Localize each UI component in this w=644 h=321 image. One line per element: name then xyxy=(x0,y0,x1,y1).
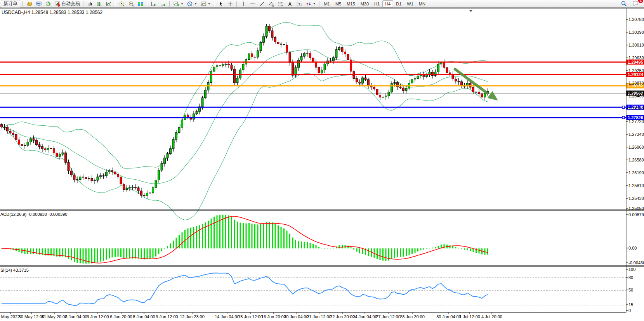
candle xyxy=(30,139,32,142)
trend-line-icon xyxy=(259,1,265,7)
toolbar-separator xyxy=(319,1,320,7)
candle xyxy=(36,140,38,144)
timeframe-w1-button[interactable]: W1 xyxy=(404,0,416,7)
tile-windows-icon xyxy=(137,1,144,7)
candle xyxy=(120,177,122,184)
candle xyxy=(79,177,81,179)
candle xyxy=(403,88,404,90)
toolbar-separator xyxy=(169,1,170,7)
candle xyxy=(164,158,166,164)
candle xyxy=(102,176,104,176)
periods-clock-button[interactable]: ▼ xyxy=(185,0,199,8)
bars-chart-icon xyxy=(87,1,93,7)
line-chart-button[interactable] xyxy=(104,0,113,8)
rsi-tick-label: 50 xyxy=(628,288,633,292)
tile-windows-button[interactable] xyxy=(136,0,145,8)
candle xyxy=(292,62,294,75)
candle xyxy=(394,83,396,84)
search-button[interactable] xyxy=(619,0,628,7)
dropdown-caret-icon[interactable]: ▼ xyxy=(181,2,184,5)
templates-button[interactable]: ▼ xyxy=(199,0,212,8)
timeframe-d1-button[interactable]: D1 xyxy=(393,0,404,7)
candle xyxy=(257,51,259,57)
indicators-button[interactable]: ▼ xyxy=(172,0,185,8)
timeframe-m15-button[interactable]: M15 xyxy=(344,0,358,7)
candle xyxy=(132,187,134,188)
zoom-out-button[interactable] xyxy=(127,0,136,8)
arrows-button[interactable]: ▼ xyxy=(304,0,318,8)
timeframe-mn-button[interactable]: MN xyxy=(416,0,428,7)
macd-tick-label: -0.004601 xyxy=(628,260,644,265)
zoom-in-button[interactable] xyxy=(117,0,127,8)
candle xyxy=(1,125,3,127)
level-marker xyxy=(622,106,625,108)
trend-arrow-head xyxy=(488,91,498,101)
candle xyxy=(201,98,203,107)
horizontal-line-button[interactable] xyxy=(248,0,257,8)
time-tick-label: 15 Jun 12:00 xyxy=(238,314,263,319)
candle xyxy=(158,170,160,180)
candle xyxy=(269,26,271,31)
candle xyxy=(306,53,308,53)
candle xyxy=(196,111,198,114)
macd-indicator-label: ACD(12,26,9) -0.000930 -0.000390 xyxy=(0,212,67,217)
chart-area[interactable]: 1.294951.291241.287821.285621.281381.278… xyxy=(0,0,644,321)
svg-text:T: T xyxy=(298,2,300,6)
terminal-button[interactable] xyxy=(34,0,43,8)
chart-canvas[interactable]: 1.294951.291241.287821.285621.281381.278… xyxy=(0,0,644,321)
timeframe-h4-button[interactable]: H4 xyxy=(382,0,393,7)
candle xyxy=(236,78,238,83)
candle-chart-button[interactable] xyxy=(95,0,104,8)
trend-line-button[interactable] xyxy=(257,0,267,8)
line-chart-icon xyxy=(106,1,112,7)
zoom-in-icon xyxy=(119,1,125,7)
dropdown-caret-icon[interactable]: ▼ xyxy=(194,2,197,5)
sound-button[interactable] xyxy=(43,0,53,8)
timeframe-m5-button[interactable]: M5 xyxy=(333,0,344,7)
vertical-line-button[interactable] xyxy=(239,0,248,8)
timeframe-m1-button[interactable]: M1 xyxy=(321,0,333,7)
candle xyxy=(484,94,486,97)
time-tick-label: 9 Jun 12:00 xyxy=(156,314,178,319)
chart-shift-button[interactable] xyxy=(158,0,168,8)
candles xyxy=(1,24,489,199)
candle xyxy=(33,139,35,140)
timeframe-h1-button[interactable]: H1 xyxy=(371,0,382,7)
svg-text:E: E xyxy=(272,4,274,7)
market-watch-button[interactable] xyxy=(25,0,34,8)
candle xyxy=(437,64,439,72)
candle xyxy=(27,142,29,146)
autotrading-button[interactable]: 自动交易 xyxy=(53,0,82,8)
text-label-button[interactable]: T xyxy=(295,0,304,8)
crosshair-button[interactable] xyxy=(226,0,235,8)
rsi-tick-label: 100 xyxy=(628,267,635,272)
candle xyxy=(335,50,337,58)
candle xyxy=(137,188,139,191)
time-tick-label: 27 Jun 12:00 xyxy=(376,314,401,319)
price-tick-label: 1.26960 xyxy=(628,145,644,149)
equidistant-channel-button[interactable]: E xyxy=(267,0,276,8)
candle xyxy=(266,26,267,36)
candle xyxy=(12,133,14,135)
candle xyxy=(178,127,180,133)
text-button[interactable]: A xyxy=(285,0,295,8)
price-tick-label: 1.27720 xyxy=(628,119,644,124)
candle xyxy=(3,127,5,127)
candle xyxy=(242,64,244,70)
dropdown-caret-icon[interactable]: ▼ xyxy=(313,2,316,5)
auto-scroll-button[interactable] xyxy=(149,0,158,8)
price-tick-label: 1.26580 xyxy=(628,158,644,162)
candle xyxy=(219,66,221,66)
candle xyxy=(368,80,370,86)
timeframe-m30-button[interactable]: M30 xyxy=(358,0,371,7)
candle xyxy=(385,96,387,97)
candle xyxy=(149,193,151,193)
cursor-button[interactable] xyxy=(216,0,226,8)
fibonacci-button[interactable]: F xyxy=(276,0,285,8)
periods-clock-icon xyxy=(187,1,193,7)
dropdown-caret-icon[interactable]: ▼ xyxy=(208,2,211,5)
time-tick-label: 21 Jun 12:00 xyxy=(307,314,332,319)
bars-chart-button[interactable] xyxy=(85,0,95,8)
svg-text:A: A xyxy=(288,1,292,7)
new-order-button[interactable]: 新订单 xyxy=(1,0,20,8)
